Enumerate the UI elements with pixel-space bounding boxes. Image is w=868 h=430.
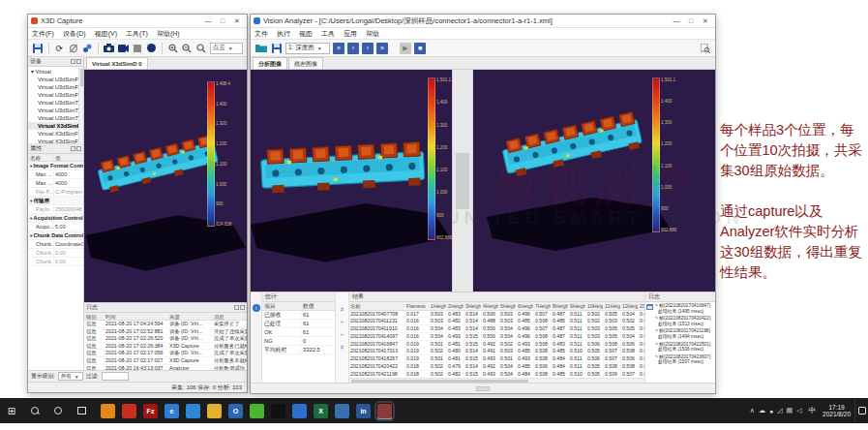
tree-item[interactable]: Virtual U3dSimF 2	[28, 91, 83, 99]
taskbar-app-icon[interactable]	[122, 404, 136, 418]
log-row[interactable]: 信息2021-08-20 17:04:24:594设备 (ID: Virt...…	[84, 321, 247, 328]
menu-item[interactable]: 工具(T)	[126, 29, 148, 39]
tree-item[interactable]: Virtual X3dSimD 0	[28, 122, 83, 130]
start-button[interactable]: ⊞	[0, 398, 23, 423]
stats-row[interactable]: NG0	[262, 337, 335, 346]
menu-item[interactable]: 视图(V)	[95, 29, 117, 39]
menu-item[interactable]: 视图	[299, 29, 313, 39]
tree-item[interactable]: Virtual U3dSimT 2	[28, 114, 83, 122]
close-panel-icon[interactable]	[240, 305, 245, 310]
pin-icon[interactable]	[71, 59, 75, 64]
tray-icon[interactable]: ▤	[787, 407, 793, 415]
taskbar-app-icon[interactable]	[377, 404, 392, 418]
task-view-icon[interactable]	[70, 398, 93, 423]
pin-icon[interactable]	[71, 146, 75, 151]
minimize-button[interactable]: —	[670, 15, 683, 26]
menu-item[interactable]: 工具	[321, 29, 335, 39]
close-panel-icon[interactable]	[76, 59, 81, 64]
refresh-icon[interactable]: ⟳	[53, 42, 65, 54]
save-icon[interactable]	[32, 42, 44, 54]
menu-item[interactable]: 应用	[344, 29, 357, 39]
results-row[interactable]: 202108201704077080.0170.5030.4830.5140.5…	[349, 311, 644, 319]
stats-row[interactable]: 已处理61	[262, 320, 335, 328]
menu-item[interactable]: 设备(D)	[63, 29, 86, 39]
stop-acquisition-icon[interactable]	[132, 42, 143, 54]
analyzer-window[interactable]: Vision Analyzer - [C:/Users/Longai/Deskt…	[250, 14, 716, 394]
frame-nav-button[interactable]: »	[376, 43, 388, 54]
zoom-out-icon[interactable]	[182, 42, 194, 54]
property-row[interactable]: Chunk Data Control	[28, 231, 83, 240]
taskbar-app-icon[interactable]	[207, 404, 222, 418]
analyzer-3d-view-left[interactable]: 1,501.11,4001,3001,2001,1001,000900802.8…	[251, 70, 452, 292]
stats-info-icon[interactable]: i	[253, 304, 260, 312]
zoom-fit-icon[interactable]	[195, 42, 207, 54]
search-icon[interactable]	[23, 398, 46, 423]
taskbar-app-icon[interactable]	[101, 404, 115, 418]
taskbar-app-icon[interactable]: X	[314, 404, 328, 418]
pin-icon[interactable]	[234, 305, 239, 310]
results-row[interactable]: 202108201704204220.0180.5020.4790.5140.4…	[349, 363, 644, 371]
results-table[interactable]: 名称Flatness1Heigh2Heigh3Heigh4Heigh5Heigh…	[349, 302, 644, 378]
close-panel-icon[interactable]	[76, 146, 81, 151]
log-row[interactable]: 信息2021-08-20 17:02:26:520设备 (ID: Virt...…	[84, 335, 247, 343]
analyzer-tab[interactable]: 分析图像	[253, 57, 287, 69]
save-icon[interactable]	[270, 42, 283, 54]
maximize-button[interactable]: □	[684, 15, 698, 26]
results-row[interactable]: 202108201704182670.0190.5010.4810.5150.4…	[349, 355, 644, 363]
results-row[interactable]: 202108201704170130.0190.5020.4800.5140.4…	[349, 348, 644, 355]
menu-item[interactable]: 文件	[254, 29, 268, 39]
property-row[interactable]: File P... C:/Program Fil...	[28, 188, 83, 197]
capture-3d-viewport[interactable]: 1,498.41,4001,3001,2001,1001,000900824.6…	[84, 70, 247, 302]
property-row[interactable]: 传输层	[28, 197, 83, 205]
log-row[interactable]: 信息2021-08-20 17:02:17:027X3D Capture分析服务…	[84, 357, 247, 365]
tray-icon[interactable]: ◿	[777, 407, 782, 415]
capture-log-table[interactable]: 信息2021-08-20 17:04:24:594设备 (ID: Virt...…	[84, 321, 247, 370]
property-row[interactable]: Image Format Control	[28, 162, 83, 170]
snapshot-camera-icon[interactable]	[104, 42, 115, 54]
tray-icon[interactable]: ●	[769, 408, 773, 415]
taskbar-app-icon[interactable]: O	[228, 404, 243, 418]
results-hscrollbar[interactable]	[349, 378, 644, 383]
view-mode-dropdown[interactable]: 点云▼	[210, 43, 243, 54]
frame-nav-button[interactable]: «	[333, 43, 344, 54]
menu-item[interactable]: 帮助	[366, 29, 379, 39]
capture-window[interactable]: X3D Capture — □ ✕ 文件(F)设备(D)视图(V)工具(T)帮助…	[27, 14, 248, 393]
analyzer-tab[interactable]: 残差图像	[288, 57, 323, 69]
close-button[interactable]: ✕	[230, 15, 244, 26]
analyzer-log[interactable]: > 帧(20210820170416847) 处理结果 (1495 msec) …	[645, 302, 715, 383]
stats-table[interactable]: 已接收61已处理61OK61NG0平均耗时3322.5	[262, 311, 335, 354]
property-row[interactable]: Max ... 4000	[28, 170, 83, 179]
zoom-in-icon[interactable]	[167, 42, 179, 54]
frame-nav-button[interactable]: ›	[362, 43, 374, 54]
tree-item[interactable]: Virtual U3dSimT 0	[28, 99, 83, 107]
maximize-button[interactable]: □	[216, 15, 229, 26]
stats-row[interactable]: 已接收61	[262, 311, 335, 320]
property-row[interactable]: Max ... 4000	[28, 179, 83, 188]
log-row[interactable]: 信息2021-08-20 17:02:26:384X3D Capture分析服务…	[84, 343, 247, 351]
analyzer-titlebar[interactable]: Vision Analyzer - [C:/Users/Longai/Deskt…	[251, 15, 715, 28]
nav-arrow-button[interactable]: »	[339, 345, 345, 349]
tray-icon[interactable]: ☁	[759, 407, 765, 415]
viewport-tab[interactable]: Virtual X3dSimD 0	[86, 57, 148, 69]
tree-item[interactable]: Virtual X3dSimF 1	[28, 138, 83, 144]
results-row[interactable]: 202108201704112310.0160.5030.4820.5140.4…	[349, 318, 644, 325]
taskbar-app-icon[interactable]	[271, 404, 285, 418]
stats-row[interactable]: 平均耗时3322.5	[262, 346, 335, 354]
taskbar-app-icon[interactable]	[186, 404, 200, 418]
tree-root[interactable]: ▾ Virtual	[28, 68, 83, 76]
connect-icon[interactable]	[82, 42, 94, 54]
taskbar-app-icon[interactable]: in	[356, 404, 371, 418]
continuous-camera-icon[interactable]	[118, 42, 130, 54]
results-row[interactable]: 202108201704119100.0160.5040.4830.5140.5…	[349, 325, 644, 333]
filter-input[interactable]	[102, 372, 129, 381]
tree-item[interactable]: Virtual U3dSimF 1	[28, 83, 83, 91]
view-splitter-scrollbar[interactable]	[452, 70, 473, 292]
tray-icon[interactable]: ◁	[796, 407, 801, 415]
menu-item[interactable]: 帮助(H)	[157, 29, 180, 39]
capture-titlebar[interactable]: X3D Capture — □ ✕	[28, 15, 247, 28]
nav-arrow-button[interactable]: ›	[339, 333, 345, 336]
cortana-icon[interactable]	[46, 398, 70, 423]
notification-center-icon[interactable]	[854, 398, 868, 423]
analyzer-3d-view-right[interactable]: 1,501.11,4001,3001,2001,1001,000900802.8…	[473, 70, 715, 292]
frame-nav-button[interactable]: ‹	[347, 43, 359, 54]
